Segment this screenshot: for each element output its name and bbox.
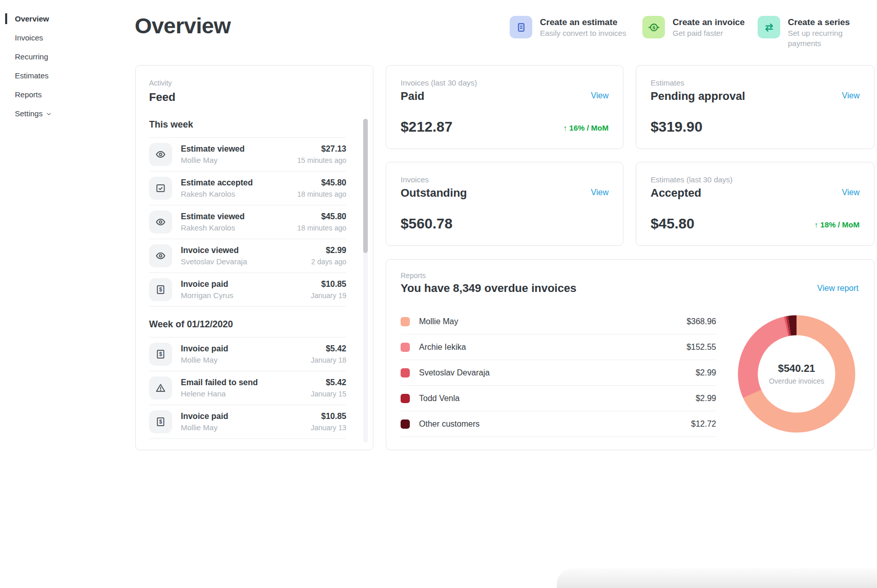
overdue-customer-row[interactable]: Mollie May$368.96: [401, 309, 716, 334]
feed-item[interactable]: Estimate acceptedRakesh Karolos$45.8018 …: [149, 172, 346, 205]
view-link[interactable]: View: [591, 188, 609, 197]
feed-item-title: Invoice paid: [181, 344, 311, 354]
sidebar-item-label: Reports: [15, 90, 42, 99]
feed-item-text: Invoice paidMollie May: [181, 344, 311, 365]
quick-action-text: Create a seriesSet up recurring payments: [788, 16, 877, 49]
feed-item-customer: Mollie May: [181, 156, 297, 165]
customer-overdue-amount: $368.96: [686, 317, 716, 326]
stat-title: Accepted: [651, 186, 701, 200]
feed-item-time: 18 minutes ago: [297, 190, 346, 199]
eye-icon: [149, 244, 172, 267]
stat-title: Pending approval: [651, 90, 745, 103]
view-report-link[interactable]: View report: [817, 284, 859, 293]
feed-scrollbar-thumb[interactable]: [363, 119, 368, 253]
sidebar-item-invoices[interactable]: Invoices: [0, 28, 123, 47]
quick-action-text: Create an estimateEasily convert to invo…: [540, 16, 626, 38]
quick-action-subtitle: Get paid faster: [673, 28, 745, 38]
feed-item[interactable]: $Invoice paidMorrigan Cyrus$10.85January…: [149, 273, 346, 307]
feed-item-meta: $10.85January 19: [311, 279, 346, 300]
overdue-customer-row[interactable]: Todd Venla$2.99: [401, 386, 716, 411]
feed-section-heading: This week: [149, 107, 346, 138]
feed-item-time: 15 minutes ago: [297, 156, 346, 165]
customer-overdue-amount: $2.99: [696, 368, 716, 377]
sidebar-item-overview[interactable]: Overview: [0, 9, 123, 28]
overdue-customer-row[interactable]: Svetoslav Devaraja$2.99: [401, 360, 716, 386]
page-title: Overview: [135, 13, 231, 38]
feed-item-amount: $5.42: [311, 377, 346, 388]
feed-item-time: 2 days ago: [311, 257, 347, 266]
feed-item[interactable]: Estimate viewedRakesh Karolos$45.8018 mi…: [149, 205, 346, 239]
feed-list: This weekEstimate viewedMollie May$27.13…: [149, 107, 359, 439]
chevron-down-icon: [46, 111, 52, 117]
feed-item[interactable]: Estimate viewedMollie May$27.1315 minute…: [149, 138, 346, 172]
feed-section-heading: Week of 01/12/2020: [149, 307, 346, 338]
feed-item-title: Email failed to send: [181, 377, 311, 388]
view-link[interactable]: View: [842, 91, 860, 100]
create-estimate-button[interactable]: Create an estimateEasily convert to invo…: [510, 16, 626, 38]
feed-item-time: January 19: [311, 291, 346, 300]
invoice-paid-icon: $: [149, 278, 172, 301]
legend-swatch: [401, 317, 410, 326]
stat-title: Outstanding: [401, 186, 467, 200]
feed-item-amount: $45.80: [297, 212, 346, 222]
feed-item-amount: $2.99: [311, 245, 347, 256]
estimate-accepted-icon: [149, 177, 172, 200]
sidebar-item-label: Estimates: [15, 71, 49, 80]
feed-item-customer: Svetoslav Devaraja: [181, 257, 311, 266]
view-link[interactable]: View: [591, 91, 609, 100]
sidebar-item-recurring[interactable]: Recurring: [0, 47, 123, 66]
feed-item-title: Invoice paid: [181, 279, 311, 289]
overdue-customer-row[interactable]: Archie Iekika$152.55: [401, 334, 716, 360]
view-link[interactable]: View: [842, 188, 860, 197]
sidebar-item-estimates[interactable]: Estimates: [0, 66, 123, 85]
feed-item-meta: $2.992 days ago: [311, 245, 347, 266]
donut-total-label: Overdue invoices: [769, 377, 824, 385]
feed-item-text: Invoice viewedSvetoslav Devaraja: [181, 245, 311, 266]
sidebar-item-reports[interactable]: Reports: [0, 85, 123, 104]
feed-item-meta: $10.85January 13: [311, 411, 346, 432]
eye-icon: [149, 143, 172, 166]
trend-badge: ↑ 18% / MoM: [815, 220, 860, 229]
feed-item-customer: Mollie May: [181, 355, 311, 365]
stat-category: Invoices (last 30 days): [401, 78, 477, 87]
svg-text:$: $: [159, 419, 162, 425]
invoice-paid-icon: $: [149, 343, 172, 366]
create-series-button[interactable]: Create a seriesSet up recurring payments: [758, 16, 877, 49]
overdue-customer-row[interactable]: Other customers$12.72: [401, 411, 716, 437]
feed-item-meta: $45.8018 minutes ago: [297, 178, 346, 199]
sidebar-item-label: Settings: [15, 109, 43, 118]
stat-value: $560.78: [401, 216, 452, 232]
feed-item-meta: $5.42January 18: [311, 344, 346, 365]
quick-action-title: Create an estimate: [540, 16, 626, 28]
create-invoice-button[interactable]: $Create an invoiceGet paid faster: [642, 16, 745, 38]
legend-swatch: [401, 419, 410, 429]
stat-value: $45.80: [651, 216, 695, 232]
customer-name: Archie Iekika: [419, 343, 686, 352]
feed-item-title: Estimate viewed: [181, 212, 297, 222]
feed-item-amount: $10.85: [311, 411, 346, 422]
feed-item[interactable]: Email failed to sendHelene Hana$5.42Janu…: [149, 371, 346, 405]
sidebar-item-settings[interactable]: Settings: [0, 104, 123, 123]
feed-item-customer: Rakesh Karolos: [181, 223, 297, 233]
feed-item-time: January 13: [311, 423, 346, 432]
feed-item-time: 18 minutes ago: [297, 223, 346, 233]
stat-value: $212.87: [401, 119, 452, 135]
feed-item[interactable]: Invoice viewedSvetoslav Devaraja$2.992 d…: [149, 239, 346, 273]
stat-card-paid: Invoices (last 30 days) Paid View $212.8…: [386, 65, 623, 149]
feed-item-amount: $10.85: [311, 279, 346, 289]
svg-text:$: $: [159, 351, 162, 357]
feed-item-meta: $5.42January 15: [311, 377, 346, 398]
stat-title: Paid: [401, 90, 424, 103]
feed-item[interactable]: $Invoice paidMollie May$10.85January 13: [149, 405, 346, 439]
document-icon: [510, 16, 532, 38]
feed-item-text: Estimate viewedMollie May: [181, 144, 297, 165]
customer-name: Todd Venla: [419, 394, 696, 403]
quick-action-text: Create an invoiceGet paid faster: [673, 16, 745, 38]
feed-item-text: Estimate acceptedRakesh Karolos: [181, 178, 297, 199]
stat-category: Estimates (last 30 days): [651, 175, 733, 184]
stat-category: Estimates: [651, 78, 684, 87]
sidebar-item-label: Invoices: [15, 33, 43, 42]
customer-overdue-amount: $12.72: [691, 419, 716, 429]
feed-item[interactable]: $Invoice paidMollie May$5.42January 18: [149, 338, 346, 371]
feed-scrollbar-track[interactable]: [363, 119, 368, 443]
